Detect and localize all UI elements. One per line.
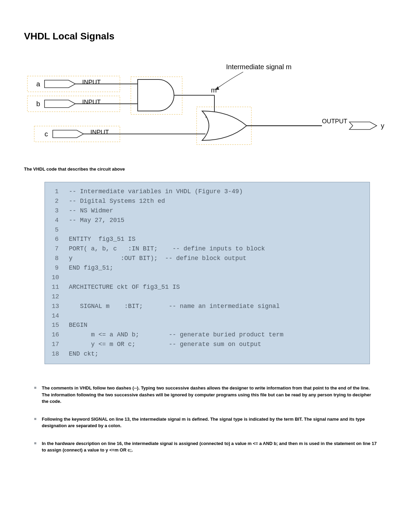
line-number: 3: [52, 206, 69, 216]
line-number: 14: [52, 311, 69, 321]
code-line: 3-- NS Widmer: [52, 206, 363, 216]
line-number: 8: [52, 254, 69, 263]
code-line: 5: [52, 225, 363, 235]
line-number: 17: [52, 340, 69, 349]
code-line: 11ARCHITECTURE ckt OF fig3_51 IS: [52, 283, 363, 292]
diagram-caption: The VHDL code that describes the circuit…: [24, 166, 387, 172]
code-text: y :OUT BIT); -- define block output: [69, 254, 246, 263]
line-number: 16: [52, 330, 69, 340]
code-line: 9END fig3_51;: [52, 263, 363, 273]
line-number: 10: [52, 273, 69, 283]
output-y-label: y: [381, 122, 384, 129]
code-text: y <= m OR c; -- generate sum on output: [69, 340, 261, 349]
code-text: ARCHITECTURE ckt OF fig3_51 IS: [69, 283, 180, 292]
code-text: ENTITY fig3_51 IS: [69, 235, 135, 244]
note-item: Following the keyword SIGNAL on line 13,…: [34, 416, 377, 429]
code-line: 8y :OUT BIT); -- define block output: [52, 254, 363, 263]
code-line: 1-- Intermediate variables in VHDL (Figu…: [52, 187, 363, 197]
code-text: m <= a AND b; -- generate buried product…: [69, 330, 284, 340]
code-line: 13 SIGNAL m :BIT; -- name an intermediat…: [52, 302, 363, 311]
line-number: 6: [52, 235, 69, 244]
code-line: 6ENTITY fig3_51 IS: [52, 235, 363, 244]
code-text: END fig3_51;: [69, 263, 113, 273]
line-number: 5: [52, 225, 69, 235]
line-number: 9: [52, 263, 69, 273]
code-text: SIGNAL m :BIT; -- name an intermediate s…: [69, 302, 280, 311]
line-number: 11: [52, 283, 69, 292]
code-text: -- NS Widmer: [69, 206, 113, 216]
input-c-label: c: [45, 130, 48, 138]
line-number: 7: [52, 244, 69, 254]
line-number: 18: [52, 349, 69, 359]
line-number: 4: [52, 216, 69, 225]
code-line: 7PORT( a, b, c :IN BIT; -- define inputs…: [52, 244, 363, 254]
page-title: VHDL Local Signals: [24, 31, 387, 42]
output-tag: OUTPUT: [322, 118, 347, 125]
input-a-tag: INPUT: [82, 79, 101, 86]
code-text: BEGIN: [69, 321, 87, 330]
line-number: 13: [52, 302, 69, 311]
code-line: 12: [52, 292, 363, 302]
code-line: 4-- May 27, 2015: [52, 216, 363, 225]
code-line: 16 m <= a AND b; -- generate buried prod…: [52, 330, 363, 340]
input-a-label: a: [36, 80, 40, 88]
code-text: -- Digital Systems 12th ed: [69, 197, 165, 206]
code-line: 14: [52, 311, 363, 321]
input-b-label: b: [36, 100, 40, 108]
intermediate-annotation: Intermediate signal m: [226, 63, 291, 71]
input-c-tag: INPUT: [90, 129, 109, 136]
code-text: PORT( a, b, c :IN BIT; -- define inputs …: [69, 244, 265, 254]
line-number: 15: [52, 321, 69, 330]
notes-list: The comments in VHDL follow two dashes (…: [24, 385, 387, 454]
vhdl-code-block: 1-- Intermediate variables in VHDL (Figu…: [45, 182, 370, 364]
circuit-diagram: a INPUT b INPUT c INPUT m: [24, 62, 387, 158]
code-text: -- May 27, 2015: [69, 216, 124, 225]
code-line: 2-- Digital Systems 12th ed: [52, 197, 363, 206]
input-b-tag: INPUT: [82, 99, 101, 106]
code-text: -- Intermediate variables in VHDL (Figur…: [69, 187, 243, 197]
line-number: 2: [52, 197, 69, 206]
code-text: END ckt;: [69, 349, 98, 359]
line-number: 12: [52, 292, 69, 302]
line-number: 1: [52, 187, 69, 197]
code-line: 17 y <= m OR c; -- generate sum on outpu…: [52, 340, 363, 349]
signal-m-label: m: [211, 86, 217, 94]
note-item: In the hardware description on line 16, …: [34, 440, 377, 454]
code-line: 18END ckt;: [52, 349, 363, 359]
code-line: 15BEGIN: [52, 321, 363, 330]
note-item: The comments in VHDL follow two dashes (…: [34, 385, 377, 405]
code-line: 10: [52, 273, 363, 283]
